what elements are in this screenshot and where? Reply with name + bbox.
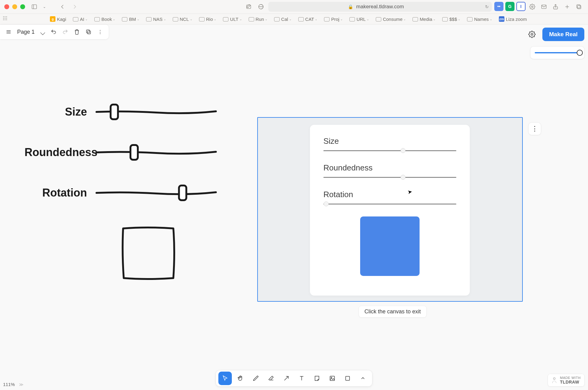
bookmark-nas[interactable]: NAS⌄ <box>144 15 168 23</box>
svg-rect-25 <box>330 376 335 381</box>
top-right-cluster: Make Real <box>525 28 584 41</box>
bookmark-kagi[interactable]: gKagi <box>48 15 68 23</box>
more-options-button[interactable]: ⋮ <box>95 26 106 37</box>
chevron-down-icon: ⌄ <box>367 17 369 21</box>
close-window-button[interactable] <box>4 4 9 9</box>
forward-button[interactable] <box>70 2 80 12</box>
back-button[interactable] <box>58 2 67 12</box>
canvas[interactable]: SizeRoundednessRotation ⋮ SizeRoundednes… <box>0 25 588 390</box>
zoom-indicator[interactable]: 111% ≫ <box>3 382 24 387</box>
shape-tool[interactable] <box>341 372 354 385</box>
minimize-window-button[interactable] <box>12 4 17 9</box>
select-tool[interactable] <box>218 372 232 385</box>
undo-button[interactable] <box>48 26 59 37</box>
bookmark-url[interactable]: URL⌄ <box>347 15 371 23</box>
bookmark-liza-zoom[interactable]: zmLiza zoom <box>497 15 529 23</box>
bookmark-ncl[interactable]: NCL⌄ <box>171 15 194 23</box>
zoom-slider-card[interactable] <box>530 47 584 59</box>
trash-button[interactable] <box>71 26 82 37</box>
bookmark-consume[interactable]: Consume⌄ <box>374 15 408 23</box>
url-bar[interactable]: 🔒 makereal.tldraw.com ↻ <box>268 2 492 12</box>
redo-button[interactable] <box>60 26 71 37</box>
folder-icon <box>413 17 418 21</box>
eraser-tool[interactable] <box>264 372 278 385</box>
folder-icon <box>376 17 381 21</box>
control-label: Size <box>323 136 456 146</box>
arrow-tool[interactable] <box>280 372 293 385</box>
extension-icon-3[interactable]: I <box>516 2 526 11</box>
bookmark-ai[interactable]: AI⌄ <box>71 15 90 23</box>
svg-rect-12 <box>130 145 138 160</box>
bookmark-ult[interactable]: ULT⌄ <box>221 15 244 23</box>
bookmark-cat[interactable]: CAT⌄ <box>296 15 320 23</box>
text-tool[interactable] <box>295 372 308 385</box>
chevron-down-icon: ⌄ <box>403 17 406 21</box>
bookmark-bm[interactable]: BM⌄ <box>120 15 141 23</box>
chevron-down-icon: ⌄ <box>85 17 88 21</box>
range-slider[interactable] <box>323 150 456 153</box>
control-size: Size <box>323 136 456 153</box>
duplicate-button[interactable] <box>83 26 94 37</box>
share-icon[interactable] <box>551 2 560 12</box>
maximize-window-button[interactable] <box>20 4 25 9</box>
range-slider[interactable] <box>323 204 456 207</box>
page-selector[interactable]: Page 1 <box>15 29 47 35</box>
folder-icon <box>199 17 205 21</box>
svg-rect-11 <box>111 105 118 119</box>
bookmark--[interactable]: $$$⌄ <box>440 15 462 23</box>
bookmark-run[interactable]: Run⌄ <box>247 15 270 23</box>
bookmark-rio[interactable]: Rio⌄ <box>197 15 219 23</box>
folder-icon <box>173 17 178 21</box>
chevron-down-icon: ⌄ <box>214 17 216 21</box>
zoom-slider-thumb[interactable] <box>577 50 583 56</box>
make-real-button[interactable]: Make Real <box>542 28 584 41</box>
range-slider[interactable] <box>323 177 456 180</box>
extension-icon-1[interactable]: •• <box>494 2 503 11</box>
compose-icon[interactable] <box>244 2 254 12</box>
chevron-down-icon: ⌄ <box>239 17 242 21</box>
sketch-label: Roundedness <box>24 146 95 159</box>
new-tab-button[interactable] <box>562 2 572 12</box>
apps-grid-icon[interactable] <box>3 16 9 22</box>
favicon: zm <box>499 16 504 22</box>
draw-tool[interactable] <box>249 372 262 385</box>
bookmark-names[interactable]: Names⌄ <box>465 15 494 23</box>
chevron-down-icon: ⌄ <box>490 17 492 21</box>
bookmark-media[interactable]: Media⌄ <box>410 15 438 23</box>
sidebar-toggle-button[interactable] <box>29 2 39 12</box>
lock-icon: 🔒 <box>348 4 353 9</box>
chevron-down-icon: ⌄ <box>289 17 292 21</box>
tabs-overview-button[interactable] <box>574 2 584 12</box>
reload-icon[interactable]: ↻ <box>485 4 489 9</box>
bookmark-proj[interactable]: Proj⌄ <box>322 15 345 23</box>
settings-button[interactable] <box>525 28 539 41</box>
extension-icon-2[interactable]: G <box>505 2 514 11</box>
slider-thumb[interactable] <box>324 201 329 206</box>
more-tools-button[interactable] <box>356 372 370 385</box>
slider-thumb[interactable] <box>401 175 405 180</box>
mail-icon[interactable] <box>539 2 549 12</box>
tldraw-topbar: Page 1 ⋮ <box>0 25 109 39</box>
browser-settings-icon[interactable] <box>527 2 537 12</box>
menu-button[interactable] <box>3 26 14 37</box>
generated-more-button[interactable]: ⋮ <box>529 123 541 135</box>
window-controls <box>4 4 25 9</box>
chevron-down-icon: ⌄ <box>137 17 139 21</box>
slider-thumb[interactable] <box>401 148 405 153</box>
image-tool[interactable] <box>326 372 339 385</box>
bookmark-book[interactable]: Book⌄ <box>92 15 117 23</box>
hand-tool[interactable] <box>234 372 247 385</box>
person-icon <box>552 377 557 384</box>
note-tool[interactable] <box>310 372 324 385</box>
svg-rect-5 <box>542 5 546 9</box>
control-label: Roundedness <box>323 163 456 173</box>
svg-rect-0 <box>32 5 37 9</box>
sketch-slider <box>95 184 217 202</box>
sketch-square <box>119 224 245 284</box>
svg-point-14 <box>553 378 555 380</box>
bookmark-cal[interactable]: Cal⌄ <box>272 15 294 23</box>
privacy-report-icon[interactable] <box>256 2 266 12</box>
zoom-slider-track[interactable] <box>535 52 580 53</box>
tab-group-dropdown[interactable]: ⌄ <box>42 2 47 12</box>
made-with-tldraw-badge[interactable]: MADE WITH TLDRAW <box>548 374 584 386</box>
